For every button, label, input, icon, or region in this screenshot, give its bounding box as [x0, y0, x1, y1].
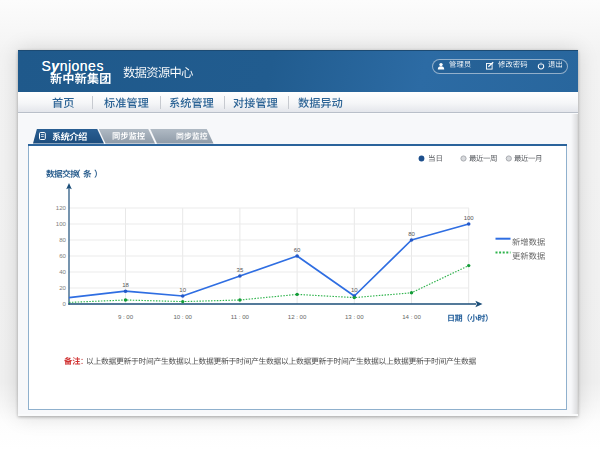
svg-text:40: 40 — [59, 268, 66, 275]
svg-text:10: 10 — [351, 287, 358, 293]
svg-text:13 : 00: 13 : 00 — [345, 313, 364, 320]
svg-text:100: 100 — [464, 215, 475, 221]
svg-text:14 : 00: 14 : 00 — [402, 313, 421, 320]
svg-text:60: 60 — [294, 247, 301, 253]
svg-text:120: 120 — [56, 204, 67, 211]
svg-text:60: 60 — [59, 252, 66, 259]
svg-text:10 : 00: 10 : 00 — [173, 313, 192, 320]
svg-text:11 : 00: 11 : 00 — [231, 313, 250, 320]
svg-text:80: 80 — [408, 231, 415, 237]
svg-text:100: 100 — [56, 220, 67, 227]
svg-text:10: 10 — [179, 287, 186, 293]
svg-text:20: 20 — [59, 284, 66, 291]
svg-text:18: 18 — [122, 282, 129, 288]
svg-text:35: 35 — [237, 267, 244, 273]
svg-text:0: 0 — [63, 300, 67, 307]
svg-text:80: 80 — [59, 236, 66, 243]
svg-text:9 : 00: 9 : 00 — [118, 313, 134, 320]
svg-text:12 : 00: 12 : 00 — [288, 313, 307, 320]
